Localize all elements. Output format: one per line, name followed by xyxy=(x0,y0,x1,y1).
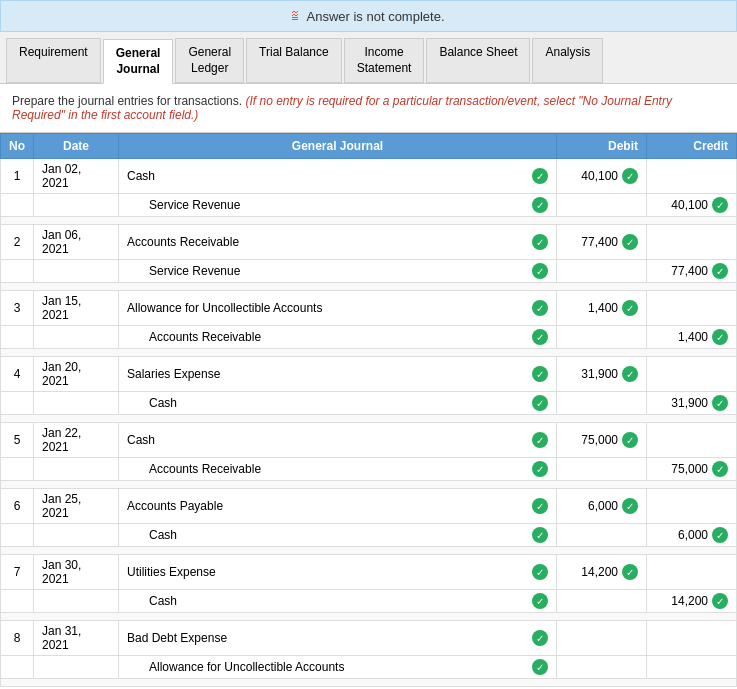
cell-journal[interactable]: Cash✓ xyxy=(119,392,557,415)
credit-value: 31,900 xyxy=(671,396,708,410)
table-row xyxy=(1,679,737,687)
table-row: Cash✓6,000✓ xyxy=(1,524,737,547)
cell-journal[interactable]: Salaries Expense✓ xyxy=(119,357,557,392)
account-name: Accounts Receivable xyxy=(127,235,239,249)
cell-journal[interactable]: Cash✓ xyxy=(119,159,557,194)
cell-debit[interactable] xyxy=(557,590,647,613)
cell-date xyxy=(34,458,119,481)
table-row: Allowance for Uncollectible Accounts✓ xyxy=(1,656,737,679)
cell-debit[interactable]: 40,100✓ xyxy=(557,159,647,194)
tab-general-ledger[interactable]: GeneralLedger xyxy=(175,38,244,83)
cell-credit[interactable] xyxy=(647,357,737,392)
cell-journal[interactable]: Cash✓ xyxy=(119,524,557,547)
cell-journal[interactable]: Accounts Receivable✓ xyxy=(119,326,557,349)
account-name: Cash xyxy=(149,396,177,410)
table-row xyxy=(1,283,737,291)
cell-no xyxy=(1,260,34,283)
check-icon: ✓ xyxy=(532,329,548,345)
cell-credit[interactable]: 31,900✓ xyxy=(647,392,737,415)
cell-credit[interactable] xyxy=(647,225,737,260)
cell-no: 5 xyxy=(1,423,34,458)
cell-journal[interactable]: Utilities Expense✓ xyxy=(119,555,557,590)
account-name: Allowance for Uncollectible Accounts xyxy=(127,301,322,315)
cell-debit[interactable] xyxy=(557,458,647,481)
cell-no: 7 xyxy=(1,555,34,590)
credit-value: 6,000 xyxy=(678,528,708,542)
cell-debit[interactable] xyxy=(557,524,647,547)
tab-analysis[interactable]: Analysis xyxy=(532,38,603,83)
cell-credit[interactable] xyxy=(647,555,737,590)
cell-credit[interactable]: 77,400✓ xyxy=(647,260,737,283)
cell-journal[interactable]: Accounts Receivable✓ xyxy=(119,458,557,481)
account-name: Bad Debt Expense xyxy=(127,631,227,645)
error-icon: ⩰ xyxy=(292,7,300,25)
table-row: Cash✓31,900✓ xyxy=(1,392,737,415)
credit-value: 40,100 xyxy=(671,198,708,212)
cell-journal[interactable]: Allowance for Uncollectible Accounts✓ xyxy=(119,291,557,326)
cell-credit[interactable] xyxy=(647,621,737,656)
cell-no xyxy=(1,656,34,679)
credit-value: 75,000 xyxy=(671,462,708,476)
cell-journal[interactable]: Accounts Payable✓ xyxy=(119,489,557,524)
cell-date: Jan 06, 2021 xyxy=(34,225,119,260)
check-icon: ✓ xyxy=(532,300,548,316)
tab-income-statement[interactable]: IncomeStatement xyxy=(344,38,425,83)
cell-debit[interactable]: 77,400✓ xyxy=(557,225,647,260)
debit-value: 14,200 xyxy=(581,565,618,579)
check-icon: ✓ xyxy=(532,168,548,184)
tab-trial-balance[interactable]: Trial Balance xyxy=(246,38,342,83)
tab-balance-sheet[interactable]: Balance Sheet xyxy=(426,38,530,83)
cell-debit[interactable]: 75,000✓ xyxy=(557,423,647,458)
cell-date xyxy=(34,392,119,415)
cell-debit[interactable] xyxy=(557,260,647,283)
cell-credit[interactable]: 40,100✓ xyxy=(647,194,737,217)
check-icon: ✓ xyxy=(622,300,638,316)
cell-journal[interactable]: Bad Debt Expense✓ xyxy=(119,621,557,656)
tab-requirement[interactable]: Requirement xyxy=(6,38,101,83)
cell-no: 8 xyxy=(1,621,34,656)
cell-debit[interactable] xyxy=(557,392,647,415)
account-name: Cash xyxy=(149,594,177,608)
cell-debit[interactable] xyxy=(557,656,647,679)
cell-credit[interactable] xyxy=(647,291,737,326)
cell-debit[interactable]: 1,400✓ xyxy=(557,291,647,326)
cell-credit[interactable]: 1,400✓ xyxy=(647,326,737,349)
cell-debit[interactable]: 14,200✓ xyxy=(557,555,647,590)
credit-value: 1,400 xyxy=(678,330,708,344)
cell-credit[interactable]: 6,000✓ xyxy=(647,524,737,547)
cell-debit[interactable]: 31,900✓ xyxy=(557,357,647,392)
cell-credit[interactable] xyxy=(647,423,737,458)
check-icon: ✓ xyxy=(712,329,728,345)
cell-journal[interactable]: Service Revenue✓ xyxy=(119,194,557,217)
account-name: Cash xyxy=(149,528,177,542)
table-row xyxy=(1,547,737,555)
cell-debit[interactable] xyxy=(557,326,647,349)
cell-debit[interactable] xyxy=(557,621,647,656)
cell-credit[interactable]: 14,200✓ xyxy=(647,590,737,613)
col-header-date: Date xyxy=(34,134,119,159)
cell-journal[interactable]: Service Revenue✓ xyxy=(119,260,557,283)
debit-value: 40,100 xyxy=(581,169,618,183)
instructions-main: Prepare the journal entries for transact… xyxy=(12,94,245,108)
col-header-no: No xyxy=(1,134,34,159)
cell-no: 2 xyxy=(1,225,34,260)
cell-credit[interactable] xyxy=(647,489,737,524)
cell-credit[interactable]: 75,000✓ xyxy=(647,458,737,481)
account-name: Service Revenue xyxy=(149,264,240,278)
cell-credit[interactable] xyxy=(647,656,737,679)
table-row: Service Revenue✓77,400✓ xyxy=(1,260,737,283)
cell-journal[interactable]: Cash✓ xyxy=(119,423,557,458)
check-icon: ✓ xyxy=(712,527,728,543)
cell-credit[interactable] xyxy=(647,159,737,194)
check-icon: ✓ xyxy=(712,593,728,609)
cell-no xyxy=(1,194,34,217)
check-icon: ✓ xyxy=(532,366,548,382)
cell-debit[interactable] xyxy=(557,194,647,217)
cell-debit[interactable]: 6,000✓ xyxy=(557,489,647,524)
tab-general-journal[interactable]: GeneralJournal xyxy=(103,39,174,84)
cell-journal[interactable]: Cash✓ xyxy=(119,590,557,613)
col-header-debit: Debit xyxy=(557,134,647,159)
cell-journal[interactable]: Allowance for Uncollectible Accounts✓ xyxy=(119,656,557,679)
table-row: Accounts Receivable✓75,000✓ xyxy=(1,458,737,481)
cell-journal[interactable]: Accounts Receivable✓ xyxy=(119,225,557,260)
